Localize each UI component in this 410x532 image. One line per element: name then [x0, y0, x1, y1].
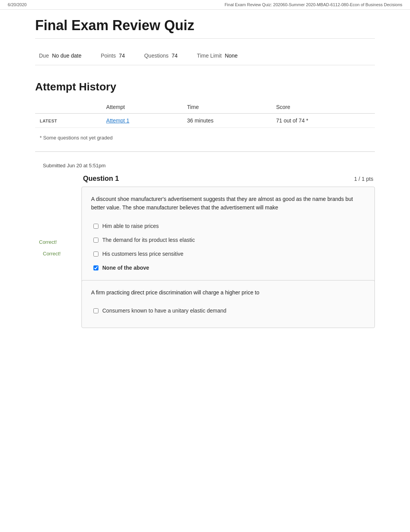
questions-label: Questions — [144, 53, 168, 59]
meta-time-limit: Time Limit None — [197, 53, 238, 59]
question-1-box: A discount shoe manufacturer's advertise… — [81, 187, 375, 285]
due-label: Due — [39, 53, 49, 59]
correct-label-q1: Correct! — [39, 239, 57, 245]
question-2-box: A firm practicing direct price discrimin… — [81, 280, 375, 328]
correct-label-q1-display: Correct! — [43, 251, 61, 257]
col-header-empty — [35, 101, 102, 114]
option-1-2: The demand for its product less elastic — [91, 234, 365, 246]
top-course-title: Final Exam Review Quiz: 202060-Summer 20… — [225, 2, 402, 7]
attempt-table: Attempt Time Score LATEST Attempt 1 36 m… — [35, 101, 375, 128]
option-1-3: His customers less price sensitive — [91, 248, 365, 260]
option-1-3-text: His customers less price sensitive — [102, 251, 183, 257]
page-container: Final Exam Review Quiz Due No due date P… — [20, 10, 390, 347]
attempt-history-section: Attempt History Attempt Time Score LATES… — [35, 81, 375, 144]
questions-value: 74 — [172, 53, 178, 59]
col-header-attempt: Attempt — [102, 101, 182, 114]
time-limit-value: None — [225, 53, 237, 59]
attempt-score: 71 out of 74 * — [271, 114, 375, 128]
points-value: 74 — [119, 53, 125, 59]
checkbox-2-1[interactable] — [93, 308, 98, 313]
attempt-row: LATEST Attempt 1 36 minutes 71 out of 74… — [35, 114, 375, 128]
option-2-1-text: Consumers known to have a unitary elasti… — [102, 308, 226, 314]
question-1-text: A discount shoe manufacturer's advertise… — [91, 195, 365, 212]
col-header-score: Score — [271, 101, 375, 114]
option-1-1-text: Him able to raise prices — [102, 223, 159, 229]
submitted-line: Submitted Jun 20 at 5:51pm — [35, 160, 375, 175]
option-1-1: Him able to raise prices — [91, 220, 365, 232]
option-2-1: Consumers known to have a unitary elasti… — [91, 304, 365, 317]
section-divider — [35, 151, 375, 152]
meta-points: Points 74 — [101, 53, 125, 59]
option-1-4: None of the above — [91, 262, 365, 274]
meta-due: Due No due date — [39, 53, 81, 59]
question-1-title: Question 1 — [83, 175, 119, 183]
checkbox-1-3[interactable] — [93, 252, 98, 257]
grading-note: * Some questions not yet graded — [35, 132, 375, 144]
col-header-time: Time — [182, 101, 271, 114]
time-limit-label: Time Limit — [197, 53, 222, 59]
latest-badge: LATEST — [35, 114, 102, 128]
attempt-link-cell[interactable]: Attempt 1 — [102, 114, 182, 128]
checkbox-1-4[interactable] — [93, 265, 98, 270]
attempt-time: 36 minutes — [182, 114, 271, 128]
top-bar: 6/20/2020 Final Exam Review Quiz: 202060… — [0, 0, 410, 10]
attempt-history-title: Attempt History — [35, 81, 375, 93]
quiz-title: Final Exam Review Quiz — [35, 17, 375, 39]
question-1-pts: 1 / 1 pts — [354, 176, 373, 182]
option-1-4-text: None of the above — [102, 265, 149, 271]
checkbox-1-2[interactable] — [93, 238, 98, 243]
question-1-wrapper: Question 1 1 / 1 pts A discount shoe man… — [81, 175, 375, 239]
meta-questions: Questions 74 — [144, 53, 178, 59]
quiz-meta: Due No due date Points 74 Questions 74 T… — [35, 46, 375, 65]
question-2-text: A firm practicing direct price discrimin… — [91, 288, 365, 297]
points-label: Points — [101, 53, 116, 59]
due-value: No due date — [52, 53, 81, 59]
checkbox-1-1[interactable] — [93, 224, 98, 229]
option-1-2-text: The demand for its product less elastic — [102, 237, 195, 243]
top-date: 6/20/2020 — [8, 2, 27, 7]
question-1-header: Question 1 1 / 1 pts — [81, 175, 375, 183]
